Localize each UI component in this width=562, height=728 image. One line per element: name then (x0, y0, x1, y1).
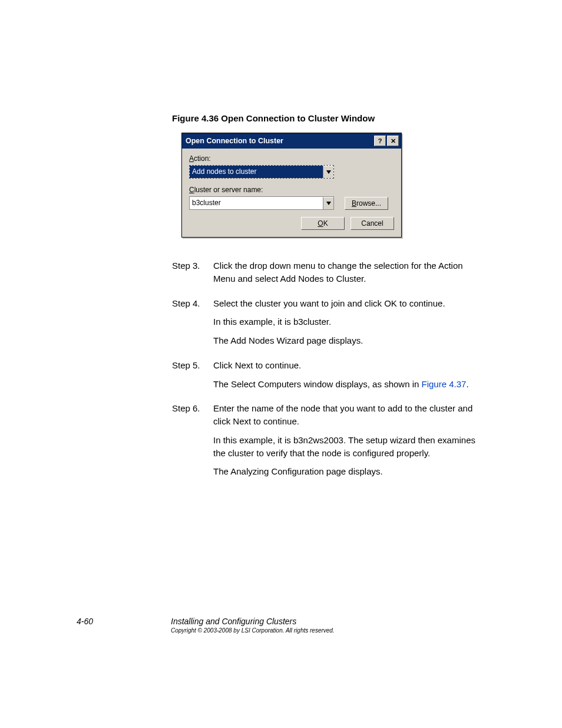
figure-link[interactable]: Figure 4.37 (422, 379, 467, 389)
step-text: Enter the name of the node that you want… (213, 402, 480, 428)
step-6: Step 6. Enter the name of the node that … (172, 402, 480, 484)
step-4: Step 4. Select the cluster you want to j… (172, 297, 480, 353)
ok-button[interactable]: OK (301, 217, 345, 230)
svg-marker-1 (326, 202, 331, 205)
server-combo-text: b3cluster (190, 197, 323, 209)
dialog-title: Open Connection to Cluster (186, 137, 283, 145)
step-text: Click Next to continue. (213, 359, 480, 372)
step-text: Select the cluster you want to join and … (213, 297, 480, 310)
page-footer: 4-60 Installing and Configuring Clusters… (77, 617, 489, 634)
step-text: The Analyzing Configuration page display… (213, 465, 480, 478)
action-label: Action: (189, 154, 394, 163)
svg-marker-0 (326, 170, 331, 174)
step-5: Step 5. Click Next to continue. The Sele… (172, 359, 480, 397)
step-text: The Add Nodes Wizard page displays. (213, 334, 480, 347)
server-label: Cluster or server name: (189, 186, 394, 194)
open-connection-dialog: Open Connection to Cluster ? ✕ Action: A… (181, 133, 402, 238)
step-label: Step 5. (172, 359, 213, 397)
step-label: Step 4. (172, 297, 213, 353)
step-label: Step 3. (172, 259, 213, 291)
step-text: The Select Computers window displays, as… (213, 378, 480, 391)
chevron-down-icon[interactable] (323, 166, 333, 178)
step-text: Click the drop down menu to change the s… (213, 259, 480, 285)
help-icon[interactable]: ? (374, 136, 386, 146)
page-number: 4-60 (77, 617, 171, 626)
action-combo[interactable]: Add nodes to cluster (189, 165, 334, 179)
close-icon[interactable]: ✕ (387, 136, 399, 146)
server-combo[interactable]: b3cluster (189, 196, 334, 210)
cancel-button[interactable]: Cancel (351, 217, 394, 230)
figure-caption: Figure 4.36 Open Connection to Cluster W… (172, 113, 375, 123)
footer-title: Installing and Configuring Clusters (171, 617, 335, 626)
action-combo-text: Add nodes to cluster (190, 166, 323, 178)
step-text: In this example, it is b3n2ws2003. The s… (213, 434, 480, 460)
steps-block: Step 3. Click the drop down menu to chan… (172, 259, 480, 490)
step-label: Step 6. (172, 402, 213, 484)
step-text: In this example, it is b3cluster. (213, 315, 480, 328)
step-3: Step 3. Click the drop down menu to chan… (172, 259, 480, 291)
browse-button[interactable]: Browse... (345, 197, 388, 210)
copyright: Copyright © 2003-2008 by LSI Corporation… (171, 627, 335, 634)
dialog-titlebar: Open Connection to Cluster ? ✕ (182, 133, 401, 149)
chevron-down-icon[interactable] (323, 197, 333, 209)
